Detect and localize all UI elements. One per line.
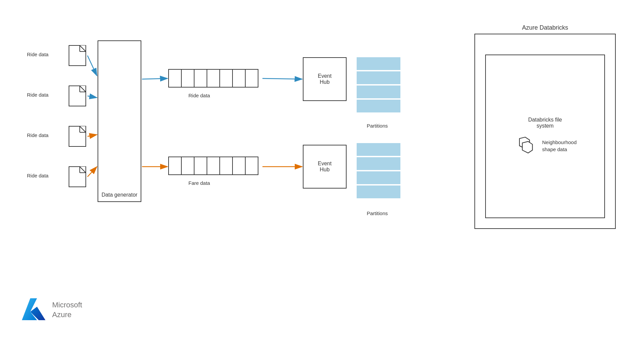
partition-label-bottom: Partitions (367, 210, 388, 216)
queue-rect (232, 157, 246, 175)
svg-rect-2 (69, 45, 86, 66)
queue-rect (219, 69, 233, 88)
neighbourhood-shape-icon (513, 136, 537, 156)
partition-bar (357, 100, 400, 112)
svg-line-14 (87, 56, 97, 76)
azure-databricks-title: Azure Databricks (522, 24, 568, 31)
neighbourhood-label: Neighbourhoodshape data (542, 139, 577, 153)
diagram-container: Ride data Ride data Ride data Ride data … (17, 20, 622, 263)
azure-brand-text: MicrosoftAzure (52, 300, 82, 319)
ride-data-label-4: Ride data (27, 173, 48, 178)
queue-rect (168, 69, 182, 88)
svg-line-17 (87, 167, 97, 177)
queue-rect (219, 157, 233, 175)
queue-fare-data (168, 157, 258, 175)
queue-label-fare: Fare data (188, 180, 210, 186)
azure-databricks-box: Azure Databricks Databricks filesystem N… (474, 34, 616, 229)
ride-data-label-1: Ride data (27, 52, 48, 57)
azure-logo-icon (20, 297, 47, 324)
svg-line-20 (262, 78, 302, 79)
svg-line-18 (142, 78, 168, 79)
queue-rect (181, 69, 194, 88)
event-hub-top-label: EventHub (318, 73, 332, 85)
partition-bar (357, 171, 400, 184)
svg-line-16 (87, 135, 97, 136)
partition-bar (357, 157, 400, 170)
queue-rect (207, 69, 220, 88)
partition-bar (357, 57, 400, 70)
queue-rect (194, 69, 207, 88)
dfs-title: Databricks filesystem (528, 117, 562, 129)
svg-rect-11 (69, 167, 86, 187)
dfs-content: Neighbourhoodshape data (513, 136, 577, 156)
ride-data-label-2: Ride data (27, 92, 48, 98)
queue-rect (245, 69, 258, 88)
partition-group-bottom (357, 143, 400, 198)
event-hub-top: EventHub (303, 57, 347, 101)
partition-label-top: Partitions (367, 123, 388, 129)
partition-bar (357, 71, 400, 84)
queue-rect (194, 157, 207, 175)
partition-group-top (357, 57, 400, 112)
partition-bar (357, 186, 400, 198)
partition-bar (357, 86, 400, 98)
queue-label-ride: Ride data (188, 93, 210, 98)
queue-ride-data (168, 69, 258, 88)
dfs-box: Databricks filesystem Neighbourhoodshape… (485, 55, 605, 218)
queue-rect (232, 69, 246, 88)
svg-line-15 (87, 96, 97, 98)
data-generator-box: Data generator (98, 40, 141, 202)
data-generator-label: Data generator (102, 192, 138, 198)
queue-rect (245, 157, 258, 175)
queue-rect (168, 157, 182, 175)
azure-logo-container: MicrosoftAzure (20, 297, 82, 324)
ride-data-label-3: Ride data (27, 132, 48, 138)
queue-rect (181, 157, 194, 175)
event-hub-bottom: EventHub (303, 145, 347, 189)
partition-bar (357, 143, 400, 156)
event-hub-bottom-label: EventHub (318, 161, 332, 173)
svg-rect-8 (69, 126, 86, 146)
queue-rect (207, 157, 220, 175)
svg-rect-5 (69, 86, 86, 106)
svg-marker-23 (523, 141, 533, 153)
